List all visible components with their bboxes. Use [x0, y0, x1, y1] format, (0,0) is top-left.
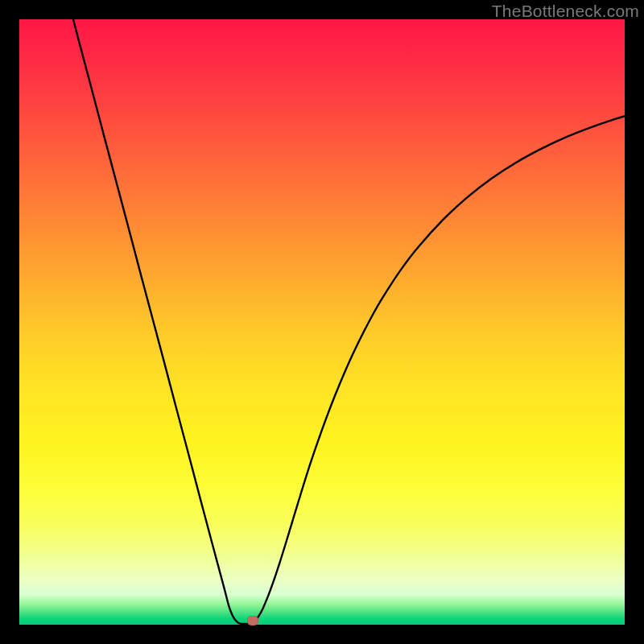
watermark-text: TheBottleneck.com [492, 2, 639, 21]
chart-frame: TheBottleneck.com [0, 0, 644, 644]
optimum-marker [247, 616, 258, 625]
gradient-plot-area [19, 19, 625, 625]
